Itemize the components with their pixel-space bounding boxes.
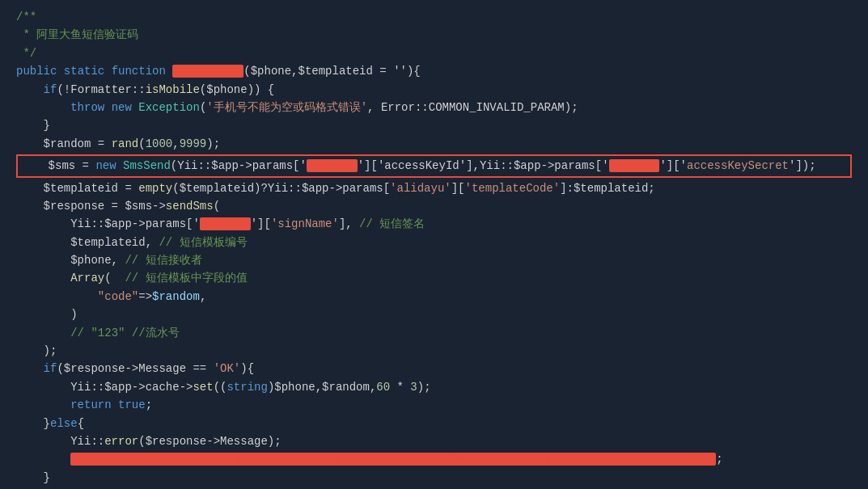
line-6: throw new Exception('手机号不能为空或码格式错误', Err…	[16, 99, 852, 116]
line-17: Array( // 短信模板中字段的值	[16, 269, 852, 287]
line-2: * 阿里大鱼短信验证码	[16, 26, 852, 44]
line-4: public static function ($phone,$template…	[16, 62, 852, 80]
line-25: return true;	[16, 396, 852, 414]
line-28: t new Ex[--------] [---------- E- ----- …	[16, 450, 852, 468]
line-3: */	[16, 44, 852, 62]
line-14: Yii::$app->params[' ']['signName'], // 短…	[16, 215, 852, 233]
line-5: if(!Formatter::isMobile($phone)) {	[16, 81, 852, 99]
line-19: )	[16, 306, 852, 323]
line-20: // "123" //流水号	[16, 324, 852, 342]
line-23: if($response->Message == 'OK'){	[16, 360, 852, 377]
line-29: }	[16, 469, 852, 487]
line-9: $random = rand(1000,9999);	[16, 135, 852, 153]
line-26: }else{	[16, 415, 852, 432]
line-15: $templateid, // 短信模板编号	[16, 234, 852, 251]
line-12: $templateid = empty($templateid)?Yii::$a…	[16, 179, 852, 197]
line-highlight: $sms = new SmsSend(Yii::$app->params[' '…	[16, 154, 852, 177]
line-7: }	[16, 116, 852, 134]
line-24: Yii::$app->cache->set((string)$phone,$ra…	[16, 378, 852, 396]
code-editor: /** * 阿里大鱼短信验证码 */ public static functio…	[0, 0, 868, 489]
line-27: Yii::error($response->Message);	[16, 432, 852, 450]
line-18: "code"=>$random,	[16, 288, 852, 306]
line-16: $phone, // 短信接收者	[16, 251, 852, 269]
line-21: );	[16, 342, 852, 360]
line-1: /**	[16, 8, 852, 26]
line-13: $response = $sms->sendSms(	[16, 197, 852, 215]
